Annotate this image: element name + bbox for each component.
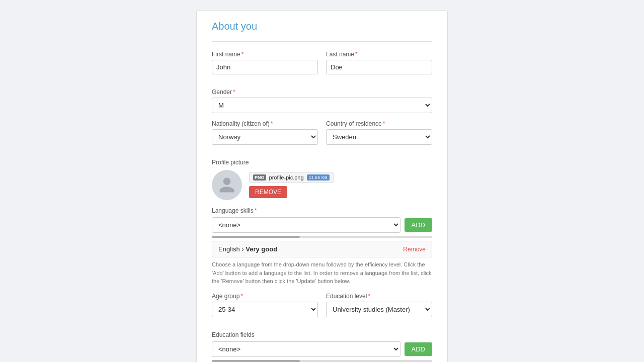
language-skills-label: Language skills* — [212, 207, 432, 214]
language-entry: English › Very good Remove — [212, 241, 432, 257]
education-fields-label: Education fields — [212, 331, 432, 338]
file-chip: PNG profile-pic.png 11.65 KB — [249, 172, 334, 183]
country-residence-select[interactable]: Sweden Norway Denmark — [326, 129, 432, 145]
age-group-label: Age group* — [212, 293, 318, 300]
avatar — [212, 170, 242, 200]
first-name-input[interactable] — [212, 60, 318, 74]
page-title: About you — [212, 21, 432, 32]
education-field-add-button[interactable]: ADD — [405, 342, 432, 356]
file-size-badge: 11.65 KB — [307, 174, 330, 180]
language-level: Very good — [246, 245, 277, 253]
last-name-input[interactable] — [326, 60, 432, 74]
divider — [212, 41, 432, 42]
gender-label: Gender* — [212, 88, 432, 96]
profile-picture-label: Profile picture — [212, 159, 432, 166]
education-field-select[interactable]: <none> Arts Science — [212, 341, 400, 357]
education-level-label: Education level* — [326, 293, 432, 300]
education-scrollbar — [212, 360, 432, 362]
last-name-label: Last name* — [326, 51, 432, 58]
file-name: profile-pic.png — [269, 174, 304, 180]
gender-select[interactable]: M F Other — [212, 98, 432, 113]
language-name: English — [218, 245, 240, 253]
scrollbar — [212, 236, 432, 238]
nationality-label: Nationality (citizen of)* — [212, 120, 318, 127]
first-name-label: First name* — [212, 51, 318, 58]
language-add-button[interactable]: ADD — [405, 218, 432, 232]
language-entry-text: English › Very good — [218, 245, 277, 253]
language-hint: Choose a language from the drop-down men… — [212, 260, 432, 286]
education-level-select[interactable]: University studies (Master) University s… — [326, 302, 432, 317]
nationality-select[interactable]: Norway Sweden Denmark — [212, 129, 318, 145]
remove-picture-button[interactable]: REMOVE — [249, 186, 287, 198]
age-group-select[interactable]: 25-34 18-24 35-44 — [212, 302, 318, 317]
file-type-badge: PNG — [253, 174, 266, 180]
language-select[interactable]: <none> English French — [212, 217, 400, 233]
language-remove-link[interactable]: Remove — [403, 246, 426, 253]
country-residence-label: Country of residence* — [326, 120, 432, 127]
